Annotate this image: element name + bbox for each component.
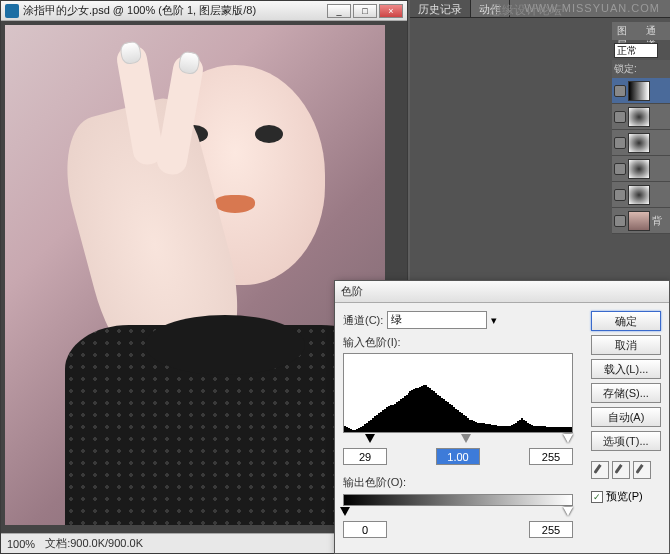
ok-button[interactable]: 确定: [591, 311, 661, 331]
layer-thumb: [628, 159, 650, 179]
white-point-handle[interactable]: [563, 434, 573, 443]
minimize-button[interactable]: _: [327, 4, 351, 18]
white-eyedropper-icon[interactable]: [633, 461, 651, 479]
maximize-button[interactable]: □: [353, 4, 377, 18]
title-bar[interactable]: 涂指甲的少女.psd @ 100% (色阶 1, 图层蒙版/8) _ □ ×: [1, 1, 407, 21]
layer-row[interactable]: [612, 104, 670, 130]
document-canvas[interactable]: [5, 25, 385, 525]
input-black-field[interactable]: [343, 448, 387, 465]
close-button[interactable]: ×: [379, 4, 403, 18]
black-point-handle[interactable]: [365, 434, 375, 443]
watermark-text: 思缘设计论坛: [490, 2, 562, 19]
photo-content: [5, 25, 385, 525]
output-slider[interactable]: [343, 507, 573, 519]
black-eyedropper-icon[interactable]: [591, 461, 609, 479]
out-white-handle[interactable]: [563, 507, 573, 516]
gamma-handle[interactable]: [461, 434, 471, 443]
out-black-handle[interactable]: [340, 507, 350, 516]
levels-dialog: 色阶 通道(C): 绿 ▾ 输入色阶(I): 输出色阶(O):: [334, 280, 670, 554]
layer-thumb: [628, 107, 650, 127]
layer-row[interactable]: [612, 78, 670, 104]
tab-channels[interactable]: 通道: [641, 22, 670, 40]
gray-eyedropper-icon[interactable]: [612, 461, 630, 479]
histogram: [343, 353, 573, 433]
layer-thumb: [628, 211, 650, 231]
zoom-level[interactable]: 100%: [7, 538, 35, 550]
cancel-button[interactable]: 取消: [591, 335, 661, 355]
tab-layers[interactable]: 图层: [612, 22, 641, 40]
visibility-icon[interactable]: [614, 189, 626, 201]
input-levels-label: 输入色阶(I):: [343, 335, 583, 350]
load-button[interactable]: 载入(L)...: [591, 359, 661, 379]
input-white-field[interactable]: [529, 448, 573, 465]
layer-row[interactable]: [612, 130, 670, 156]
layer-row[interactable]: [612, 182, 670, 208]
input-slider[interactable]: [343, 434, 573, 446]
tab-history[interactable]: 历史记录: [410, 0, 471, 17]
blend-mode-select[interactable]: 正常: [614, 43, 658, 58]
visibility-icon[interactable]: [614, 137, 626, 149]
auto-button[interactable]: 自动(A): [591, 407, 661, 427]
layer-row[interactable]: 背: [612, 208, 670, 234]
layer-thumb: [628, 185, 650, 205]
preview-label: 预览(P): [606, 489, 643, 504]
input-gamma-field[interactable]: [436, 448, 480, 465]
app-icon: [5, 4, 19, 18]
visibility-icon[interactable]: [614, 111, 626, 123]
lock-row: 锁定:: [612, 60, 670, 78]
doc-size: 文档:900.0K/900.0K: [45, 536, 143, 551]
visibility-icon[interactable]: [614, 215, 626, 227]
layer-thumb: [628, 133, 650, 153]
output-black-field[interactable]: [343, 521, 387, 538]
output-levels-label: 输出色阶(O):: [343, 475, 583, 490]
layer-label: 背: [652, 214, 662, 228]
channel-label: 通道(C):: [343, 313, 383, 328]
visibility-icon[interactable]: [614, 163, 626, 175]
channel-select[interactable]: 绿: [387, 311, 487, 329]
options-button[interactable]: 选项(T)...: [591, 431, 661, 451]
chevron-down-icon[interactable]: ▾: [491, 314, 497, 327]
layer-row[interactable]: [612, 156, 670, 182]
save-button[interactable]: 存储(S)...: [591, 383, 661, 403]
layers-panel: 图层 通道 正常 锁定: 背: [612, 22, 670, 282]
document-title: 涂指甲的少女.psd @ 100% (色阶 1, 图层蒙版/8): [23, 3, 327, 18]
visibility-icon[interactable]: [614, 85, 626, 97]
dialog-title[interactable]: 色阶: [335, 281, 669, 303]
preview-checkbox[interactable]: ✓: [591, 491, 603, 503]
output-gradient: [343, 494, 573, 506]
output-white-field[interactable]: [529, 521, 573, 538]
layer-thumb: [628, 81, 650, 101]
